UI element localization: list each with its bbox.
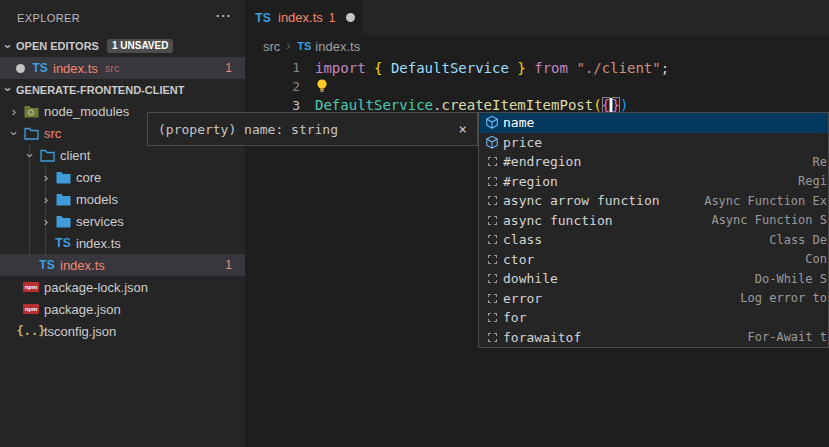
- chevron-right-icon[interactable]: ›: [38, 192, 54, 207]
- tree-item-models[interactable]: ›models: [0, 188, 245, 210]
- chevron-down-icon[interactable]: ›: [7, 125, 22, 141]
- tree-item-label: src: [44, 126, 61, 141]
- token: }: [612, 97, 620, 113]
- code-line[interactable]: 2: [245, 77, 829, 96]
- project-section-header[interactable]: › GENERATE-FRONTEND-CLIENT: [0, 79, 245, 100]
- tree-item-label: index.ts: [60, 258, 105, 273]
- tree-item-package-lock-json[interactable]: npmpackage-lock.json: [0, 276, 245, 298]
- snippet-box: [488, 294, 497, 303]
- snippet-box: [488, 177, 497, 186]
- suggest-item-label: #region: [503, 174, 558, 189]
- snippet-icon: [483, 251, 501, 267]
- suggest-item-label: forawaitof: [503, 330, 581, 345]
- snippet-box: [488, 157, 497, 166]
- open-editor-file-path: src: [105, 62, 120, 74]
- explorer-sidebar: EXPLORER ⋯ › OPEN EDITORS 1 UNSAVED TSin…: [0, 0, 245, 447]
- snippet-box: [488, 274, 497, 283]
- suggest-item--region[interactable]: #regionRegi: [479, 172, 828, 192]
- token: [366, 60, 374, 76]
- npm-glyph: npm: [23, 304, 40, 314]
- snippet-box: [488, 216, 497, 225]
- tree-item-label: package-lock.json: [44, 280, 148, 295]
- error-count-badge: 1: [225, 61, 232, 75]
- npm-icon: npm: [22, 301, 40, 317]
- token: ): [620, 97, 628, 113]
- token: {: [602, 97, 610, 113]
- line-number: 2: [245, 79, 300, 94]
- tree-item-tsconfig-json[interactable]: {..}tsconfig.json: [0, 320, 245, 342]
- snippet-icon: [483, 310, 501, 326]
- unsaved-dot-icon[interactable]: [346, 13, 355, 22]
- suggest-item-error[interactable]: errorLog error to: [479, 289, 828, 309]
- suggest-item-ctor[interactable]: ctorCon: [479, 250, 828, 270]
- snippet-box: [488, 196, 497, 205]
- tree-item-core[interactable]: ›core: [0, 166, 245, 188]
- tree-item-package-json[interactable]: npmpackage.json: [0, 298, 245, 320]
- suggest-item-detail: Async Function S: [711, 213, 827, 227]
- suggest-item-detail: Regi: [798, 174, 827, 188]
- explorer-title: EXPLORER: [17, 12, 80, 24]
- snippet-icon: [483, 154, 501, 170]
- breadcrumb-folder[interactable]: src: [263, 39, 280, 54]
- tab-file-name: index.ts: [278, 10, 323, 25]
- chevron-right-icon[interactable]: ›: [6, 104, 22, 119]
- code-line-text: import { DefaultService } from "./client…: [300, 60, 669, 76]
- tree-item-index-ts[interactable]: TSindex.ts: [0, 232, 245, 254]
- suggest-item-label: price: [503, 135, 542, 150]
- folder-node-modules-icon: [22, 103, 40, 119]
- chevron-right-icon[interactable]: ›: [38, 170, 54, 185]
- suggest-item--endregion[interactable]: #endregionRe: [479, 152, 828, 172]
- token: [382, 60, 390, 76]
- snippet-icon: [483, 232, 501, 248]
- tree-item-index-ts[interactable]: TSindex.ts1: [0, 254, 245, 276]
- token: }: [517, 60, 525, 76]
- suggest-item-price[interactable]: price: [479, 133, 828, 153]
- snippet-icon: [483, 173, 501, 189]
- field-icon: [483, 134, 501, 150]
- suggest-item-class[interactable]: classClass De: [479, 230, 828, 250]
- ts-file-icon: TS: [54, 235, 72, 251]
- ts-glyph: TS: [39, 258, 54, 272]
- chevron-down-icon[interactable]: ›: [1, 38, 16, 54]
- breadcrumb-file[interactable]: index.ts: [315, 39, 360, 54]
- suggest-item-detail: For-Await t: [748, 330, 827, 344]
- snippet-icon: [483, 193, 501, 209]
- open-editors-header[interactable]: › OPEN EDITORS 1 UNSAVED: [0, 35, 245, 57]
- breadcrumb-separator-icon: ›: [286, 39, 290, 53]
- folder-open-icon: [22, 125, 40, 141]
- token: "./client": [576, 60, 660, 76]
- token: DefaultService: [391, 60, 509, 76]
- suggest-item-async-function[interactable]: async functionAsync Function S: [479, 211, 828, 231]
- tree-item-services[interactable]: ›services: [0, 210, 245, 232]
- chevron-right-icon[interactable]: ›: [38, 214, 54, 229]
- open-editors-label: OPEN EDITORS: [16, 40, 99, 52]
- suggest-item-forawaitof[interactable]: forawaitofFor-Await t: [479, 328, 828, 348]
- suggest-item-dowhile[interactable]: dowhileDo-While S: [479, 269, 828, 289]
- tab-index-ts[interactable]: TS index.ts 1: [245, 0, 362, 35]
- error-count-badge: 1: [225, 258, 232, 272]
- chevron-down-icon[interactable]: ›: [23, 147, 38, 163]
- folder-open-icon: [38, 147, 56, 163]
- suggest-item-label: error: [503, 291, 542, 306]
- suggest-item-for[interactable]: for: [479, 308, 828, 328]
- tree-item-client[interactable]: ›client: [0, 144, 245, 166]
- chevron-down-icon[interactable]: ›: [1, 82, 16, 98]
- tree-item-label: services: [76, 214, 124, 229]
- suggest-item-label: #endregion: [503, 154, 581, 169]
- close-icon[interactable]: ×: [459, 121, 467, 137]
- lightbulb-icon[interactable]: [315, 80, 329, 96]
- tree-item-label: package.json: [44, 302, 121, 317]
- more-actions-icon[interactable]: ⋯: [215, 6, 232, 25]
- code-editor[interactable]: 1import { DefaultService } from "./clien…: [245, 58, 829, 115]
- suggest-item-async-arrow-function[interactable]: async arrow functionAsync Function Ex: [479, 191, 828, 211]
- suggest-item-name[interactable]: name: [479, 113, 828, 133]
- npm-icon: npm: [22, 279, 40, 295]
- tooltip-text: (property) name: string: [158, 122, 338, 137]
- suggest-item-label: name: [503, 115, 534, 130]
- suggest-item-detail: Async Function Ex: [704, 194, 827, 208]
- snippet-box: [488, 333, 497, 342]
- suggest-item-label: ctor: [503, 252, 534, 267]
- open-editor-item[interactable]: TSindex.tssrc1: [0, 57, 245, 79]
- code-line[interactable]: 1import { DefaultService } from "./clien…: [245, 58, 829, 77]
- tree-item-label: models: [76, 192, 118, 207]
